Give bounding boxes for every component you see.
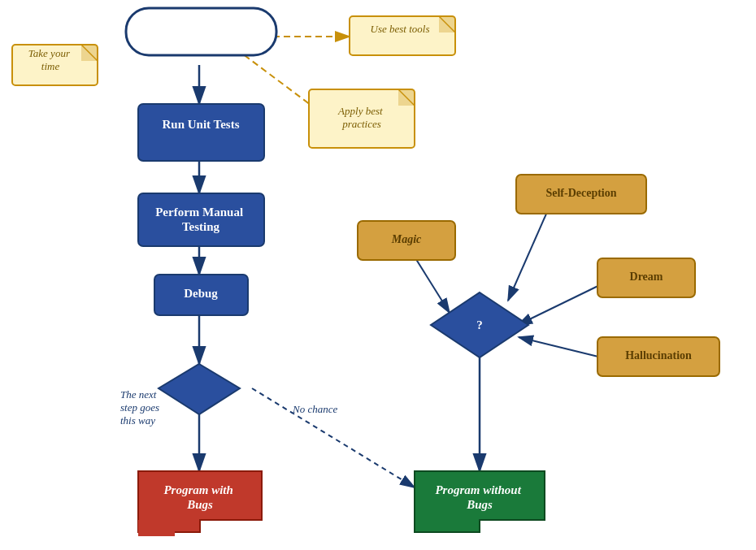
perform-manual-testing-node: Perform Manual Testing: [138, 193, 264, 246]
svg-text:Dream: Dream: [630, 271, 663, 283]
arrow-dream-to-q: [518, 280, 610, 325]
decision-diamond: [159, 364, 240, 414]
svg-text:Magic: Magic: [391, 233, 422, 245]
take-your-time-note: Take your time: [12, 45, 98, 85]
make-program-node: Make a Program: [126, 8, 276, 55]
svg-text:?: ?: [476, 318, 483, 331]
hallucination-node: Hallucination: [597, 337, 719, 376]
svg-text:Use best tools: Use best tools: [371, 23, 430, 35]
svg-marker-23: [159, 364, 240, 414]
debug-node: Debug: [154, 275, 248, 315]
arrow-hallucination-to-q: [519, 337, 602, 357]
magic-node: Magic: [358, 221, 455, 260]
run-unit-tests-node: Run Unit Tests: [138, 104, 264, 161]
no-chance-label: No chance: [292, 403, 337, 415]
svg-text:Run Unit Tests: Run Unit Tests: [162, 118, 239, 131]
question-diamond: ?: [431, 292, 528, 357]
svg-rect-17: [138, 104, 264, 161]
svg-text:Make a Program: Make a Program: [158, 24, 244, 37]
next-step-label: The next step goes this way: [120, 388, 162, 427]
self-deception-node: Self-Deception: [516, 175, 646, 214]
apply-best-practices-note: Apply best practices: [309, 89, 415, 148]
svg-text:Self-Deception: Self-Deception: [545, 187, 616, 199]
program-without-bugs-node: Program without Bugs: [415, 471, 545, 532]
svg-text:Debug: Debug: [184, 287, 218, 300]
dream-node: Dream: [597, 258, 695, 297]
program-with-bugs-node: Program with Bugs: [138, 471, 262, 536]
svg-text:Hallucination: Hallucination: [625, 349, 692, 362]
svg-text:Apply best
      practices: Apply best practices: [337, 105, 385, 130]
arrow-make-to-practices: [236, 49, 317, 110]
use-best-tools-note: Use best tools: [350, 16, 455, 55]
flowchart: Take your time Use best tools Apply best…: [0, 0, 756, 550]
